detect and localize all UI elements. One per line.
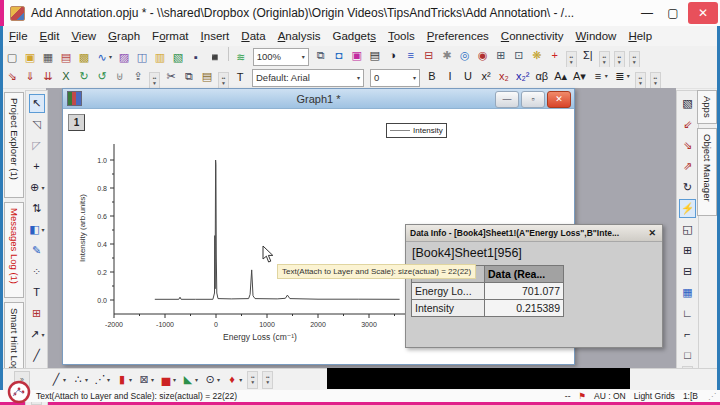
rescale-axes-button[interactable]: ⇗ <box>680 157 696 176</box>
import-database-button[interactable]: ⊎ <box>112 67 128 86</box>
toolbar-overflow-button[interactable]: ••▼ <box>635 72 646 90</box>
data-info-close-icon[interactable]: ✕ <box>646 228 658 238</box>
find-button[interactable]: ◎ <box>457 46 473 65</box>
contrast-button[interactable]: ◑ <box>385 46 401 65</box>
find-next-button[interactable]: ◉ <box>475 46 491 65</box>
menu-gadgets[interactable]: Gadgets <box>326 30 381 42</box>
underline-button[interactable]: U <box>460 67 476 86</box>
menu-preferences[interactable]: Preferences <box>421 30 495 42</box>
window-grid-button[interactable]: ⊞ <box>493 46 509 65</box>
image-window-button[interactable]: ▣ <box>349 46 365 65</box>
menu-view[interactable]: View <box>65 30 102 42</box>
scale-out-axes-button[interactable]: ⇘ <box>680 136 696 155</box>
import-excel-button[interactable]: X <box>58 67 74 86</box>
line-symbol-plot-button[interactable]: ⋰▾ <box>92 370 112 389</box>
add-layer-button[interactable]: ◱ <box>680 220 696 239</box>
area-plot-button[interactable]: ◣▾ <box>180 370 200 389</box>
graph-minimize-button[interactable]: — <box>495 91 519 108</box>
rotate-button[interactable]: ↻ <box>680 178 696 197</box>
rescale-tool[interactable]: ▧ <box>680 94 696 113</box>
pointer-tool[interactable]: ↖ <box>29 94 45 113</box>
axes-box-button[interactable]: □ <box>680 346 696 365</box>
equation-tool[interactable]: ⊞ <box>29 304 45 323</box>
data-selector-tool[interactable]: ⇅ <box>29 199 45 218</box>
spacing-button[interactable]: ≣▾ <box>612 67 632 86</box>
new-notes-button[interactable]: ▨ <box>116 48 132 67</box>
toolbar-overflow-button[interactable]: ••▼ <box>218 72 229 90</box>
minimize-button[interactable]: — <box>634 6 660 20</box>
polar-plot-button[interactable]: ⊙▾ <box>202 370 222 389</box>
toolbar-overflow-button[interactable]: ••▼ <box>566 51 577 69</box>
paste-button[interactable]: ▤ <box>199 67 215 86</box>
axes-tl-button[interactable]: ⌐ <box>680 325 696 344</box>
toolbar-overflow-button[interactable]: ••▼ <box>650 72 661 90</box>
tab-object-manager[interactable]: Object Manager <box>697 128 717 216</box>
data-info-titlebar[interactable]: Data Info - [Book4]Sheet1!(A"Energy Loss… <box>406 225 662 242</box>
screen-reader-tool[interactable]: ⊕▾ <box>26 178 46 197</box>
merge-graph-button[interactable]: ⊟ <box>421 46 437 65</box>
maximize-button[interactable]: ▢ <box>660 6 686 20</box>
import-multiple-ascii-button[interactable]: ⇊ <box>40 67 56 86</box>
menu-help[interactable]: Help <box>622 30 658 42</box>
cut-button[interactable]: ✂ <box>163 67 179 86</box>
scatter-plot-button[interactable]: ∴▾ <box>70 370 90 389</box>
annotation-tool-button[interactable]: ⚡ <box>679 199 697 218</box>
new-matrix-button[interactable]: ▩ <box>76 48 92 67</box>
line-plot-button[interactable]: ╱▾ <box>48 370 68 389</box>
draw-tool[interactable]: ✎ <box>29 241 45 260</box>
import-clipboard-button[interactable]: ⇪ <box>130 67 146 86</box>
greek-button[interactable]: αβ <box>533 67 550 86</box>
window-chart-button[interactable]: ⊡ <box>511 46 527 65</box>
mask-tool[interactable]: ◧▾ <box>26 220 46 239</box>
open-excel-button[interactable]: ▧ <box>170 48 186 67</box>
region-select-tool[interactable]: ⁘ <box>29 262 45 281</box>
copy-button[interactable]: ⧉ <box>181 67 197 86</box>
menu-insert[interactable]: Insert <box>195 30 236 42</box>
new-function-button[interactable]: ∿▾ <box>94 48 114 67</box>
zoom-level-combo[interactable]: 100%▾ <box>253 48 309 66</box>
new-layout-button[interactable]: ◫ <box>134 48 150 67</box>
layer-grid-button[interactable]: ⊞ <box>680 241 696 260</box>
duplicate-window-button[interactable]: ⧉ <box>313 46 329 65</box>
toolbar-overflow-button[interactable]: ••▼ <box>262 371 273 389</box>
reimport-changed-button[interactable]: ↻ <box>76 67 92 86</box>
save-project-button[interactable]: ▪ <box>188 48 204 67</box>
tab-apps[interactable]: Apps <box>697 90 717 124</box>
digitizer-button[interactable]: ≋ <box>233 48 249 67</box>
import-wizard-button[interactable]: ⇘ <box>4 67 20 86</box>
resize-grip[interactable]: ⋰ <box>708 392 716 401</box>
layout-lines-button[interactable]: ≡ <box>403 46 419 65</box>
menu-data[interactable]: Data <box>235 30 271 42</box>
menu-analysis[interactable]: Analysis <box>272 30 327 42</box>
video-button[interactable]: ▤ <box>367 46 383 65</box>
special-plot-button[interactable]: ⊠▾ <box>136 370 156 389</box>
menu-file[interactable]: File <box>3 30 34 42</box>
component-button[interactable]: ✱ <box>439 46 455 65</box>
italic-button[interactable]: I <box>442 67 458 86</box>
menu-connectivity[interactable]: Connectivity <box>495 30 570 42</box>
menu-tools[interactable]: Tools <box>382 30 421 42</box>
toolbar-overflow-button[interactable]: ••▼ <box>614 51 625 69</box>
layer-grid2-button[interactable]: ⊟ <box>680 262 696 281</box>
plot-area[interactable]: 0.00.20.40.60.81.0-2000-1000010002000300… <box>71 116 461 346</box>
new-folder-button[interactable]: ▣ <box>22 48 38 67</box>
align-button[interactable]: ≡▾ <box>590 67 610 86</box>
text-tool[interactable]: T <box>29 283 45 302</box>
arrow-tool[interactable]: ↗▾ <box>26 325 46 344</box>
line-tool[interactable]: ╱ <box>29 346 45 365</box>
new-workbook-button[interactable]: ▦ <box>40 48 56 67</box>
import-ascii-button[interactable]: ⇓ <box>22 67 38 86</box>
bar-plot-button[interactable]: ▅▾ <box>158 370 178 389</box>
gears-button[interactable]: ❋ <box>529 46 545 65</box>
data-info-window[interactable]: Data Info - [Book4]Sheet1!(A"Energy Loss… <box>405 224 663 348</box>
scale-out-tool[interactable]: ◸ <box>29 136 45 155</box>
menu-format[interactable]: Format <box>146 30 194 42</box>
toolbar-overflow-button[interactable]: ••▼ <box>149 72 160 90</box>
axes-bl-button[interactable]: ∟ <box>680 304 696 323</box>
supersubscript-button[interactable]: x₂² <box>514 67 531 86</box>
close-button[interactable]: ✕ <box>688 2 718 24</box>
scale-in-tool[interactable]: ◹ <box>29 115 45 134</box>
column-plot-button[interactable]: ▮▾ <box>114 370 134 389</box>
font-size-combo[interactable]: 0▾ <box>370 69 420 87</box>
sum-button[interactable]: Σ| <box>580 46 596 65</box>
